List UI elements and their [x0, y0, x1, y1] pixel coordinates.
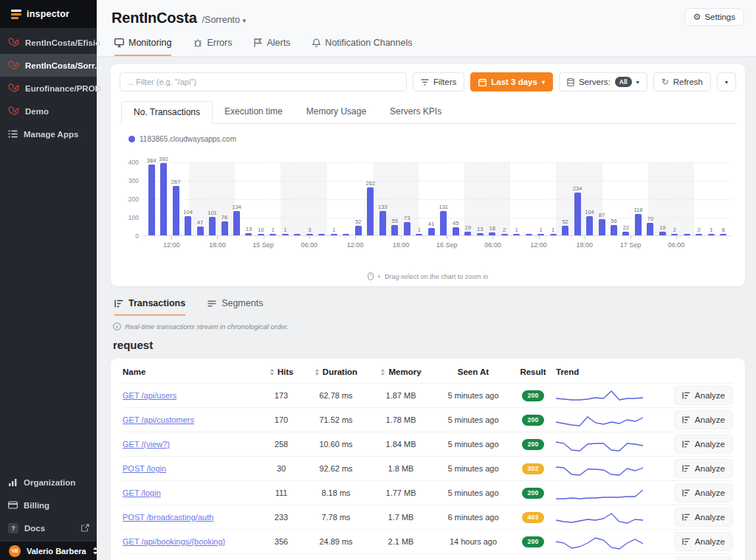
- trend-sparkline: [553, 556, 664, 560]
- sidebar-app-item[interactable]: Demo: [0, 100, 97, 122]
- laravel-app-icon: [8, 106, 19, 116]
- analyze-button[interactable]: Analyze: [674, 459, 733, 478]
- filter-icon: [421, 79, 429, 86]
- seen-at-cell: 6 minutes ago: [433, 513, 513, 522]
- status-badge: 403: [522, 512, 543, 523]
- status-badge: 200: [522, 536, 543, 547]
- servers-all-pill: All: [615, 77, 632, 87]
- sidebar-item-billing[interactable]: Billing: [0, 494, 97, 516]
- filters-button[interactable]: Filters: [413, 72, 464, 91]
- filter-input[interactable]: [120, 72, 407, 91]
- list-icon: [8, 130, 18, 138]
- tab-monitoring[interactable]: Monitoring: [114, 38, 171, 56]
- sidebar-item-label: Billing: [24, 501, 49, 510]
- chart-plot-area[interactable]: 3843922671044710176134131011315226213355…: [143, 162, 732, 236]
- refresh-button[interactable]: ↻ Refresh: [653, 72, 711, 91]
- column-name[interactable]: Name: [123, 367, 259, 376]
- info-icon: [113, 322, 121, 331]
- monitoring-chart-card: Filters Last 3 days ▾: [111, 64, 745, 286]
- laravel-app-icon: [8, 83, 19, 93]
- transactions-chart[interactable]: 0100200300400 38439226710447101761341310…: [121, 162, 733, 270]
- server-icon: [567, 78, 574, 86]
- column-memory[interactable]: Memory: [368, 367, 433, 376]
- sidebar-app-item[interactable]: RentInCosta/Efisio: [0, 31, 97, 54]
- transaction-link[interactable]: GET /login: [123, 488, 259, 497]
- hits-cell: 356: [259, 537, 303, 546]
- sidebar-item-label: Organization: [24, 478, 75, 487]
- flame-chart-icon: [682, 489, 690, 497]
- chart-toolbar: Filters Last 3 days ▾: [120, 72, 736, 91]
- sidebar-item-docs[interactable]: ? Docs: [0, 516, 97, 539]
- transaction-link[interactable]: POST /broadcasting/auth: [123, 513, 259, 522]
- column-hits[interactable]: Hits: [259, 367, 303, 376]
- column-result: Result: [513, 367, 553, 376]
- transaction-link[interactable]: GET /api/bookings/{booking}: [123, 537, 259, 546]
- analyze-button[interactable]: Analyze: [674, 556, 733, 560]
- settings-button[interactable]: ⚙ Settings: [684, 8, 744, 26]
- environment-selector[interactable]: /Sorrento ▾: [202, 15, 246, 25]
- analyze-button[interactable]: Analyze: [674, 410, 733, 429]
- trend-sparkline: [553, 508, 664, 527]
- chevron-down-icon: ▾: [243, 17, 247, 24]
- chart-tab-no-transactions[interactable]: No. Transactions: [121, 101, 213, 124]
- status-badge: 302: [522, 463, 543, 474]
- transaction-link[interactable]: GET /api/users: [123, 391, 259, 400]
- page-title: RentInCosta: [111, 10, 197, 27]
- table-row: POST /broadcasting/auth 233 7.78 ms 1.7 …: [123, 505, 733, 529]
- sidebar-app-item[interactable]: Eurofinance/PROD: [0, 77, 97, 100]
- analyze-button[interactable]: Analyze: [674, 435, 733, 454]
- legend-label: 1183865.cloudwaysapps.com: [140, 135, 236, 143]
- trend-sparkline: [553, 459, 664, 478]
- analyze-button[interactable]: Analyze: [674, 508, 733, 527]
- seen-at-cell: 5 minutes ago: [433, 440, 513, 449]
- sidebar-item-label: Docs: [24, 524, 45, 533]
- analyze-button[interactable]: Analyze: [674, 532, 733, 551]
- analyze-button[interactable]: Analyze: [674, 386, 733, 405]
- date-range-button[interactable]: Last 3 days ▾: [470, 72, 553, 91]
- chevron-down-icon: ▾: [725, 79, 728, 86]
- sort-icon: [380, 369, 385, 376]
- tab-notification-channels[interactable]: Notification Channels: [312, 38, 412, 56]
- servers-button[interactable]: Servers: All ▾: [559, 72, 647, 91]
- chevron-down-icon: ▾: [542, 79, 545, 86]
- transaction-link[interactable]: GET /api/customers: [123, 415, 259, 424]
- app-logo[interactable]: inspector: [0, 0, 97, 28]
- user-name: Valerio Barbera: [27, 547, 86, 556]
- table-row: GET /api/customers 170 71.52 ms 1.78 MB …: [123, 407, 733, 432]
- sidebar-app-item[interactable]: RentInCosta/Sorr...: [0, 54, 97, 77]
- chart-tab-execution-time[interactable]: Execution time: [213, 101, 295, 123]
- chart-tab-servers-kpis[interactable]: Servers KPIs: [378, 101, 453, 123]
- monitor-icon: [114, 38, 124, 47]
- flame-chart-icon: [682, 392, 690, 399]
- column-duration[interactable]: Duration: [303, 367, 368, 376]
- column-trend: Trend: [553, 367, 664, 376]
- seen-at-cell: 5 minutes ago: [433, 391, 513, 400]
- flag-icon: [254, 38, 262, 47]
- transaction-link[interactable]: POST /login: [123, 464, 259, 473]
- duration-cell: 24.89 ms: [303, 537, 368, 546]
- user-menu[interactable]: VB Valerio Barbera: [0, 541, 97, 560]
- table-row: GET /api/contracts/{contract} 236 18.56 …: [123, 553, 733, 560]
- sort-icon: [315, 369, 320, 376]
- memory-cell: 1.87 MB: [368, 391, 433, 400]
- tab-errors[interactable]: Errors: [193, 38, 232, 56]
- tab-transactions[interactable]: Transactions: [114, 298, 185, 316]
- sidebar-item-manage-apps[interactable]: Manage Apps: [0, 122, 97, 145]
- column-seen-at: Seen At: [433, 367, 513, 376]
- flame-chart-icon: [682, 538, 690, 545]
- laravel-app-icon: [8, 38, 19, 47]
- tab-alerts[interactable]: Alerts: [254, 38, 290, 56]
- transaction-link[interactable]: GET /(view?): [123, 440, 259, 449]
- external-link-icon: [81, 524, 89, 532]
- tab-segments[interactable]: Segments: [207, 298, 263, 316]
- table-row: GET /api/users 173 62.78 ms 1.87 MB 5 mi…: [123, 383, 733, 407]
- analyze-button[interactable]: Analyze: [674, 483, 733, 502]
- credit-card-icon: [8, 501, 18, 509]
- refresh-options-button[interactable]: ▾: [717, 72, 736, 91]
- chart-tab-memory-usage[interactable]: Memory Usage: [295, 101, 378, 123]
- flame-chart-icon: [682, 416, 690, 424]
- bell-icon: [312, 38, 320, 47]
- inspector-logo-icon: [11, 10, 21, 19]
- trend-sparkline: [553, 435, 664, 454]
- sidebar-item-organization[interactable]: Organization: [0, 471, 97, 494]
